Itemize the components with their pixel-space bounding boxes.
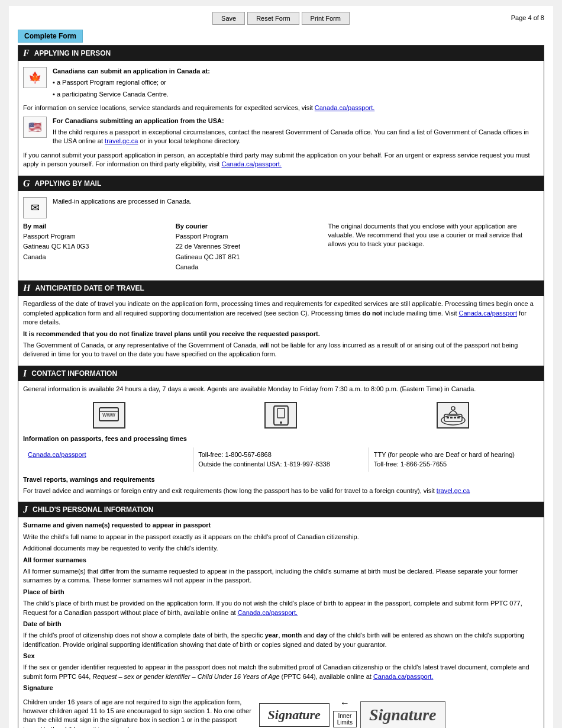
- svg-text:www: www: [102, 411, 115, 418]
- sig-correct: Signature Correct: [259, 703, 330, 728]
- canadians-line2: • a participating Service Canada Centre.: [53, 90, 210, 99]
- by-courier-line1: Passport Program: [176, 232, 316, 241]
- by-mail-col: By mail Passport Program Gatineau QC K1A…: [23, 222, 164, 273]
- sig-body-text: Children under 16 years of age are not r…: [23, 698, 257, 728]
- sig-header: Signature: [23, 684, 539, 692]
- website-link[interactable]: Canada.ca/passport: [28, 451, 86, 458]
- tty-label: TTY (for people who are Deaf or hard of …: [374, 451, 515, 458]
- section-h-body: Regardless of the date of travel you ind…: [18, 296, 544, 365]
- tollfree-label: Toll-free: 1-800-567-6868: [198, 451, 272, 458]
- service-link[interactable]: Canada.ca/passport.: [315, 104, 375, 111]
- svg-point-7: [451, 407, 455, 410]
- section-h-header: H ANTICIPATED DATE OF TRAVEL: [18, 281, 544, 296]
- mail-icon-row: ✉ Mailed-in applications are processed i…: [23, 197, 539, 218]
- page-number: Page 4 of 8: [511, 14, 544, 21]
- mail-note: The original documents that you enclose …: [328, 222, 539, 273]
- additional-docs: Additional documents may be requested to…: [23, 544, 539, 553]
- sex-body: If the sex or gender identifier requeste…: [23, 663, 539, 681]
- section-i-title: CONTACT INFORMATION: [31, 369, 117, 378]
- svg-rect-11: [457, 417, 460, 418]
- travel-link-i[interactable]: travel.gc.ca: [437, 487, 470, 494]
- section-j-title: CHILD'S PERSONAL INFORMATION: [33, 505, 153, 514]
- canadians-icon-row: 🍁 Canadians can submit an application in…: [23, 67, 539, 101]
- dob-header: Date of birth: [23, 620, 539, 629]
- tty-num: Toll-free: 1-866-255-7655: [374, 460, 447, 468]
- h-body3: The Government of Canada, or any represe…: [23, 341, 539, 359]
- section-i-header: I CONTACT INFORMATION: [18, 366, 544, 381]
- third-party-text: If you cannot submit your passport appli…: [23, 151, 539, 169]
- maple-leaf-icon: 🍁: [23, 67, 47, 88]
- section-i-body: General information is available 24 hour…: [18, 381, 544, 502]
- by-courier-col: By courier Passport Program 22 de Varenn…: [176, 222, 316, 273]
- usa-text: For Canadians submitting an application …: [53, 117, 539, 149]
- section-g-header: G APPLYING BY MAIL: [18, 176, 544, 191]
- section-f-header: F APPLYING IN PERSON: [18, 46, 544, 61]
- reset-button[interactable]: Reset Form: [247, 12, 299, 25]
- canadians-text: Canadians can submit an application in C…: [53, 67, 210, 101]
- svg-rect-10: [454, 417, 456, 418]
- main-content: F APPLYING IN PERSON 🍁 Canadians can sub…: [18, 45, 544, 728]
- section-h-title: ANTICIPATED DATE OF TRAVEL: [35, 284, 144, 292]
- travel-link-f[interactable]: travel.gc.ca: [105, 137, 138, 144]
- sig-correct-text: Signature: [268, 707, 321, 723]
- section-g-title: APPLYING BY MAIL: [35, 179, 102, 188]
- save-button[interactable]: Save: [212, 12, 245, 25]
- svg-point-5: [441, 415, 465, 425]
- sig-inner-limits: ← InnerLimits →: [333, 698, 357, 728]
- usa-icon-row: 🇺🇸 For Canadians submitting an applicati…: [23, 117, 539, 149]
- svg-rect-8: [447, 417, 449, 418]
- by-mail-line3: Canada: [23, 253, 164, 262]
- sex-link[interactable]: Canada.ca/passport.: [373, 673, 434, 680]
- place-body: The child's place of birth must be provi…: [23, 599, 539, 617]
- mail-columns: By mail Passport Program Gatineau QC K1A…: [23, 222, 539, 273]
- section-i-letter: I: [23, 368, 27, 379]
- service-info: For information on service locations, se…: [23, 104, 539, 112]
- svg-point-3: [280, 421, 282, 424]
- sig-incorrect: Signature Incorrect: [360, 701, 445, 728]
- travel-body: For travel advice and warnings or foreig…: [23, 487, 539, 495]
- svg-rect-4: [277, 408, 285, 418]
- by-mail-header: By mail: [23, 222, 164, 231]
- sex-header: Sex: [23, 652, 539, 661]
- section-j-letter: J: [23, 504, 28, 515]
- by-courier-header: By courier: [176, 222, 316, 231]
- sig-correct-box: Signature: [259, 703, 330, 727]
- h-body1: Regardless of the date of travel you ind…: [23, 299, 539, 327]
- usa-flag-icon: 🇺🇸: [23, 117, 47, 138]
- usa-header: For Canadians submitting an application …: [53, 117, 539, 125]
- by-courier-line2: 22 de Varennes Street: [176, 242, 316, 251]
- usa-body: If the child requires a passport in exce…: [53, 128, 539, 146]
- tty-icon: [437, 402, 469, 429]
- contact-icons-row: www: [23, 396, 539, 434]
- section-j-body: Surname and given name(s) requested to a…: [18, 517, 544, 728]
- canadians-line1: • a Passport Program regional office; or: [53, 78, 210, 87]
- third-party-link[interactable]: Canada.ca/passport.: [221, 160, 282, 167]
- section-f-title: APPLYING IN PERSON: [34, 49, 111, 57]
- place-link[interactable]: Canada.ca/passport.: [238, 609, 298, 616]
- section-g-body: ✉ Mailed-in applications are processed i…: [18, 191, 544, 281]
- svg-rect-9: [450, 417, 453, 418]
- section-j-header: J CHILD'S PERSONAL INFORMATION: [18, 502, 544, 517]
- signature-section: Children under 16 years of age are not r…: [23, 698, 539, 728]
- dob-body: If the child's proof of citizenship does…: [23, 631, 539, 649]
- former-header: All former surnames: [23, 556, 539, 565]
- surname-header: Surname and given name(s) requested to a…: [23, 521, 539, 530]
- place-header: Place of birth: [23, 588, 539, 597]
- arrow-left: ←: [340, 698, 350, 708]
- complete-form-tab: Complete Form: [18, 30, 83, 43]
- phone-icon: [264, 402, 297, 429]
- by-courier-line4: Canada: [176, 263, 316, 272]
- page-wrapper: Save Reset Form Print Form Page 4 of 8 C…: [9, 6, 553, 728]
- former-body: All former surname(s) that differ from t…: [23, 567, 539, 585]
- contact-table: Canada.ca/passport Toll-free: 1-800-567-…: [23, 447, 539, 472]
- web-icon: www: [93, 402, 125, 429]
- section-g-letter: G: [23, 178, 30, 189]
- general-info: General information is available 24 hour…: [23, 385, 539, 394]
- canadians-header: Canadians can submit an application in C…: [53, 67, 210, 76]
- sig-incorrect-box: Signature: [360, 701, 445, 728]
- by-mail-line2: Gatineau QC K1A 0G3: [23, 242, 164, 251]
- h-passport-link[interactable]: Canada.ca/passport: [459, 310, 517, 317]
- print-button[interactable]: Print Form: [302, 12, 350, 25]
- inner-limits-box: InnerLimits: [333, 711, 357, 727]
- envelope-icon: ✉: [23, 197, 47, 218]
